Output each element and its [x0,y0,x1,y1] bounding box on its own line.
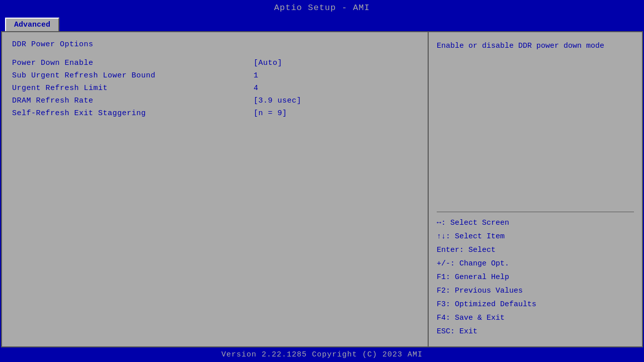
title-bar: Aptio Setup - AMI [0,0,644,16]
setting-row[interactable]: DRAM Refresh Rate[3.9 usec] [12,97,418,105]
footer-text: Version 2.22.1285 Copyright (C) 2023 AMI [221,350,423,359]
right-panel: Enable or disable DDR power down mode ↔:… [429,32,642,346]
setting-label: Sub Urgent Refresh Lower Bound [12,71,254,80]
tab-advanced[interactable]: Advanced [5,18,59,31]
setting-label: Urgent Refresh Limit [12,84,254,93]
key-action: Previous Values [455,287,523,295]
setting-value: [n = 9] [254,109,287,118]
key-label: F4: [437,314,455,322]
main-content: DDR Power Options Power Down Enable[Auto… [1,31,643,347]
setting-row[interactable]: Self-Refresh Exit Staggering[n = 9] [12,109,418,118]
setting-value: [Auto] [254,59,282,67]
title-text: Aptio Setup - AMI [274,3,370,13]
app: Aptio Setup - AMI Advanced DDR Power Opt… [0,0,644,362]
key-binding-row: ESC: Exit [437,325,634,338]
key-action: Select [468,246,496,254]
key-label: ESC: [437,327,459,336]
key-binding-row: F2: Previous Values [437,284,634,298]
key-action: Select Screen [450,219,509,227]
key-action: Optimized Defaults [455,300,536,309]
key-label: ↔: [437,219,450,227]
tab-bar: Advanced [0,16,644,31]
key-label: F2: [437,287,455,295]
key-binding-row: F4: Save & Exit [437,311,634,325]
key-label: +/-: [437,259,459,268]
section-heading: DDR Power Options [12,40,418,49]
setting-label: Self-Refresh Exit Staggering [12,109,254,118]
key-action: Change Opt. [459,259,509,268]
key-binding-row: ↑↓: Select Item [437,230,634,243]
setting-value: 1 [254,71,259,80]
key-action: Exit [459,327,477,336]
setting-value: 4 [254,84,259,93]
left-panel: DDR Power Options Power Down Enable[Auto… [2,32,429,346]
key-help: ↔: Select Screen↑↓: Select ItemEnter: Se… [437,216,634,338]
key-binding-row: F1: General Help [437,270,634,284]
key-action: General Help [455,273,509,282]
setting-label: Power Down Enable [12,59,254,67]
key-label: F1: [437,273,455,282]
key-binding-row: F3: Optimized Defaults [437,298,634,311]
setting-row[interactable]: Power Down Enable[Auto] [12,59,418,67]
setting-row[interactable]: Sub Urgent Refresh Lower Bound1 [12,71,418,80]
key-binding-row: Enter: Select [437,243,634,257]
help-text: Enable or disable DDR power down mode [437,40,634,208]
setting-value: [3.9 usec] [254,97,301,105]
key-label: ↑↓: [437,232,455,241]
settings-list: Power Down Enable[Auto]Sub Urgent Refres… [12,59,418,118]
key-label: Enter: [437,246,468,254]
key-binding-row: +/-: Change Opt. [437,257,634,270]
setting-row[interactable]: Urgent Refresh Limit4 [12,84,418,93]
setting-label: DRAM Refresh Rate [12,97,254,105]
footer: Version 2.22.1285 Copyright (C) 2023 AMI [0,347,644,362]
key-binding-row: ↔: Select Screen [437,216,634,230]
key-label: F3: [437,300,455,309]
key-action: Select Item [455,232,505,241]
divider [437,212,634,212]
key-action: Save & Exit [455,314,505,322]
